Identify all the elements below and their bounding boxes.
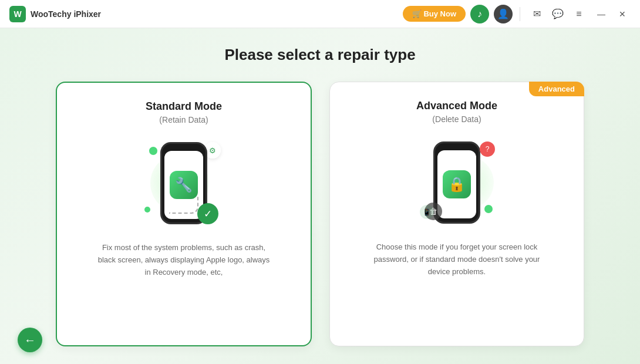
standard-mode-subtitle: (Retain Data) [159,115,208,124]
standard-illustration: ⚙ 🔧 ✓ [140,136,228,230]
phone-notch-adv [450,146,464,149]
divider [520,7,520,21]
dashed-arrow [169,196,198,214]
back-button[interactable]: ← [18,328,42,352]
screen-content-lock: 🔒 [443,170,471,198]
titlebar-actions: 🛒 Buy Now ♪ 👤 ✉ 💬 ≡ — ✕ [403,5,631,23]
titlebar: W WooTechy iPhixer 🛒 Buy Now ♪ 👤 ✉ 💬 ≡ —… [0,0,640,28]
repair-cards: Standard Mode (Retain Data) ⚙ 🔧 ✓ Fix mo… [56,82,584,346]
window-utility-icons: ✉ 💬 ≡ [527,5,588,23]
standard-mode-card[interactable]: Standard Mode (Retain Data) ⚙ 🔧 ✓ Fix mo… [56,82,312,346]
advanced-mode-title: Advanced Mode [416,100,497,112]
advanced-mode-card[interactable]: Advanced Advanced Mode (Delete Data) 🔒 ?… [329,82,584,346]
standard-description: Fix most of the system problems, such as… [96,242,272,278]
advanced-illustration: 🔒 ? 🗑 📱 [413,136,501,230]
buy-now-button[interactable]: 🛒 Buy Now [403,6,466,22]
adv-phone-extra-icon: 📱 [420,205,434,219]
phone-screen-adv: 🔒 [437,150,476,218]
app-logo: W [9,6,26,22]
close-button[interactable]: ✕ [614,6,631,22]
main-content: Please select a repair type Standard Mod… [0,28,640,364]
mail-button[interactable]: ✉ [527,5,546,23]
chat-button[interactable]: 💬 [548,5,567,23]
menu-button[interactable]: ≡ [570,5,588,23]
advanced-badge: Advanced [529,82,584,96]
std-small-circle1 [149,147,157,155]
page-title: Please select a repair type [224,46,415,64]
std-small-circle2 [144,207,150,213]
adv-lock-icon: ? [480,141,495,157]
standard-mode-title: Standard Mode [146,100,222,113]
adv-small-circle [484,205,493,213]
back-icon: ← [24,333,36,347]
screen-content-wrench: 🔧 [170,171,198,199]
advanced-mode-subtitle: (Delete Data) [432,114,481,124]
app-info: W WooTechy iPhixer [9,6,101,22]
phone-notch [177,146,191,149]
music-icon[interactable]: ♪ [470,5,489,23]
minimize-button[interactable]: — [593,6,609,22]
app-title: WooTechy iPhixer [31,9,101,19]
advanced-description: Choose this mode if you forget your scre… [369,241,545,278]
user-icon[interactable]: 👤 [494,5,513,23]
std-checkmark-circle: ✓ [197,203,218,224]
